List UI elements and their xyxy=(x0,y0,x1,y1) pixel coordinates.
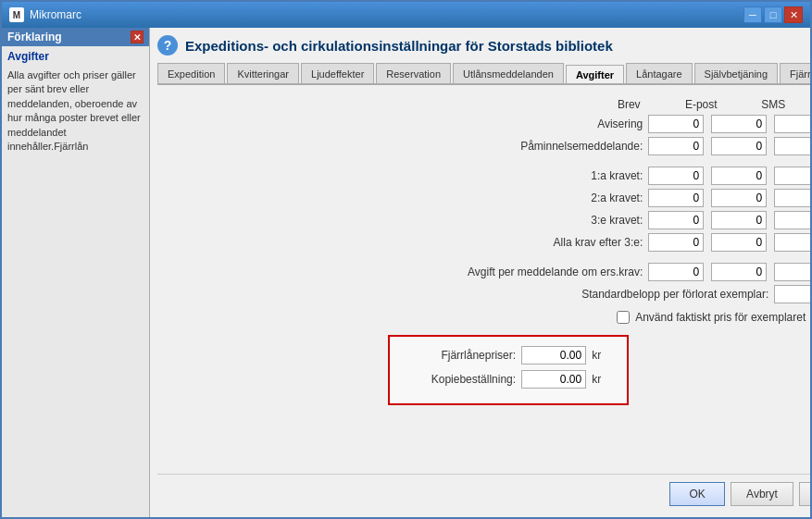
faktiskt-pris-checkbox[interactable] xyxy=(617,311,630,324)
krav3-brev-input[interactable] xyxy=(648,211,704,229)
sidebar-active-item: Avgifter xyxy=(2,46,149,65)
form-area: Brev E-post SMS Avisering kr På xyxy=(157,94,810,474)
dialog-title: Expeditions- och cirkulationsinställning… xyxy=(185,38,613,54)
krav2-brev-input[interactable] xyxy=(648,189,704,207)
label-alla-krav: Alla krav efter 3:e: xyxy=(389,236,648,249)
fjarrlanpriser-row: Fjärrlånepriser: kr xyxy=(405,346,612,365)
inputs-krav3: kr xyxy=(648,211,810,229)
avg-med-brev-input[interactable] xyxy=(648,263,704,281)
avg-med-epost-input[interactable] xyxy=(711,263,767,281)
tab-kvitteringar[interactable]: Kvitteringar xyxy=(227,63,299,83)
sidebar-header: Förklaring ✕ xyxy=(2,28,149,46)
label-paminnelse: Påminnelsemeddelande: xyxy=(389,140,648,153)
krav1-epost-input[interactable] xyxy=(711,167,767,185)
close-button[interactable]: ✕ xyxy=(784,6,803,23)
alla-krav-brev-input[interactable] xyxy=(648,233,704,252)
checkbox-label: Använd faktiskt pris för exemplaret xyxy=(635,311,806,324)
main-window: M Mikromarc ─ □ ✕ Förklaring ✕ Avgifter … xyxy=(0,0,812,519)
label-kopiebestallning: Kopiebeställning: xyxy=(405,373,516,386)
inputs-avg-meddelande: kr xyxy=(648,263,810,281)
label-krav1: 1:a kravet: xyxy=(389,169,648,182)
paminnelse-sms-input[interactable] xyxy=(774,137,810,155)
krav1-brev-input[interactable] xyxy=(648,167,704,185)
krav3-epost-input[interactable] xyxy=(711,211,767,229)
row-standardbelopp: Standardbelopp per förlorat exemplar: kr xyxy=(165,285,810,303)
sidebar: Förklaring ✕ Avgifter Alla avgifter och … xyxy=(2,28,150,517)
minimize-button[interactable]: ─ xyxy=(743,6,762,23)
column-headers: Brev E-post SMS xyxy=(165,98,810,111)
tab-reservation[interactable]: Reservation xyxy=(376,63,451,83)
app-icon: M xyxy=(9,7,24,22)
row-alla-krav: Alla krav efter 3:e: kr xyxy=(165,233,810,252)
dialog: ? Expeditions- och cirkulationsinställni… xyxy=(150,28,810,517)
alla-krav-epost-input[interactable] xyxy=(711,233,767,252)
ok-button[interactable]: OK xyxy=(669,482,725,506)
checkbox-row: Använd faktiskt pris för exemplaret xyxy=(165,311,810,324)
tab-utlansmeddelanden[interactable]: Utlånsmeddelanden xyxy=(453,63,564,83)
inputs-avisering: kr xyxy=(648,115,810,133)
label-fjarrlanpriser: Fjärrlånepriser: xyxy=(405,349,516,362)
fjarrlanpriser-input[interactable] xyxy=(521,346,586,365)
tab-lantagare[interactable]: Låntagare xyxy=(626,63,693,83)
inputs-standardbelopp: kr xyxy=(774,285,810,303)
krav1-sms-input[interactable] xyxy=(774,167,810,185)
content-area: Förklaring ✕ Avgifter Alla avgifter och … xyxy=(2,28,810,517)
sidebar-body-text: Alla avgifter och priser gäller per sänt… xyxy=(2,65,149,157)
help-icon[interactable]: ? xyxy=(157,35,178,56)
tab-expedition[interactable]: Expedition xyxy=(157,63,225,83)
kopiebestallning-row: Kopiebeställning: kr xyxy=(405,370,612,389)
fjarrlan-section: Fjärrlånepriser: kr Kopiebeställning: kr xyxy=(388,335,629,405)
avbryt-button[interactable]: Avbryt xyxy=(731,482,793,506)
row-avisering: Avisering kr xyxy=(165,115,810,133)
tab-avgifter[interactable]: Avgifter xyxy=(566,65,624,85)
inputs-paminnelse: kr xyxy=(648,137,810,155)
row-krav2: 2:a kravet: kr xyxy=(165,189,810,207)
krav3-sms-input[interactable] xyxy=(774,211,810,229)
krav2-sms-input[interactable] xyxy=(774,189,810,207)
label-krav3: 3:e kravet: xyxy=(389,214,648,227)
tab-ljudeffekter[interactable]: Ljudeffekter xyxy=(301,63,374,83)
row-krav1: 1:a kravet: kr xyxy=(165,167,810,185)
avg-med-sms-input[interactable] xyxy=(774,263,810,281)
tab-sjalvbetjaning[interactable]: Självbetjäning xyxy=(694,63,779,83)
sidebar-header-label: Förklaring xyxy=(7,31,62,43)
tab-bar: Expedition Kvitteringar Ljudeffekter Res… xyxy=(157,63,810,85)
row-krav3: 3:e kravet: kr xyxy=(165,211,810,229)
hjalp-button[interactable]: Hjälp xyxy=(799,482,810,506)
dialog-footer: OK Avbryt Hjälp xyxy=(157,474,810,510)
sidebar-close-button[interactable]: ✕ xyxy=(131,31,144,43)
window-title: Mikromarc xyxy=(30,8,81,21)
col-header-sms: SMS xyxy=(741,98,806,111)
inputs-krav1: kr xyxy=(648,167,810,185)
dialog-header: ? Expeditions- och cirkulationsinställni… xyxy=(157,35,810,56)
kopiebestallning-input[interactable] xyxy=(521,370,586,389)
inputs-alla-krav: kr xyxy=(648,233,810,252)
kopiebestallning-kr: kr xyxy=(592,373,606,386)
title-bar: M Mikromarc ─ □ ✕ xyxy=(2,2,810,28)
window-controls: ─ □ ✕ xyxy=(743,6,803,23)
alla-krav-sms-input[interactable] xyxy=(774,233,810,252)
paminnelse-brev-input[interactable] xyxy=(648,137,704,155)
krav2-epost-input[interactable] xyxy=(711,189,767,207)
avisering-sms-input[interactable] xyxy=(774,115,810,133)
fjarrlanpriser-kr: kr xyxy=(592,349,606,362)
paminnelse-epost-input[interactable] xyxy=(711,137,767,155)
inputs-krav2: kr xyxy=(648,189,810,207)
tab-fjarrlan[interactable]: Fjärrlån xyxy=(780,63,810,83)
avisering-brev-input[interactable] xyxy=(648,115,704,133)
label-avg-meddelande: Avgift per meddelande om ers.krav: xyxy=(389,266,648,278)
avisering-epost-input[interactable] xyxy=(711,115,767,133)
col-header-brev: Brev xyxy=(596,98,661,111)
col-header-epost: E-post xyxy=(668,98,733,111)
label-avisering: Avisering xyxy=(389,117,648,130)
maximize-button[interactable]: □ xyxy=(764,6,782,23)
standardbelopp-input[interactable] xyxy=(774,285,810,303)
label-standardbelopp: Standardbelopp per förlorat exemplar: xyxy=(515,288,774,301)
label-krav2: 2:a kravet: xyxy=(389,192,648,204)
title-bar-left: M Mikromarc xyxy=(9,7,81,22)
row-avg-meddelande: Avgift per meddelande om ers.krav: kr xyxy=(165,263,810,281)
row-paminnelse: Påminnelsemeddelande: kr xyxy=(165,137,810,155)
